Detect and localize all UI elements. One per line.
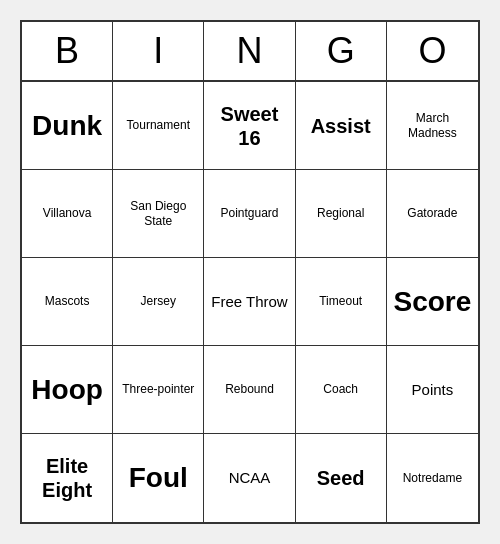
cell-text: NCAA: [229, 469, 271, 487]
bingo-cell: Three-pointer: [113, 346, 204, 434]
cell-text: Free Throw: [211, 293, 287, 311]
cell-text: Coach: [323, 382, 358, 396]
cell-text: Elite Eight: [26, 454, 108, 502]
bingo-cell: Pointguard: [204, 170, 295, 258]
cell-text: Sweet 16: [208, 102, 290, 150]
cell-text: Hoop: [31, 373, 103, 407]
bingo-cell: Timeout: [296, 258, 387, 346]
bingo-cell: March Madness: [387, 82, 478, 170]
bingo-cell: Dunk: [22, 82, 113, 170]
bingo-cell: Gatorade: [387, 170, 478, 258]
cell-text: Score: [393, 285, 471, 319]
cell-text: Gatorade: [407, 206, 457, 220]
bingo-cell: Regional: [296, 170, 387, 258]
cell-text: Timeout: [319, 294, 362, 308]
cell-text: Rebound: [225, 382, 274, 396]
bingo-cell: Assist: [296, 82, 387, 170]
cell-text: Regional: [317, 206, 364, 220]
cell-text: Points: [412, 381, 454, 399]
cell-text: Foul: [129, 461, 188, 495]
cell-text: Tournament: [127, 118, 190, 132]
bingo-cell: Elite Eight: [22, 434, 113, 522]
bingo-cell: Villanova: [22, 170, 113, 258]
bingo-grid: DunkTournamentSweet 16AssistMarch Madnes…: [22, 82, 478, 522]
bingo-cell: Seed: [296, 434, 387, 522]
bingo-cell: Rebound: [204, 346, 295, 434]
bingo-cell: Sweet 16: [204, 82, 295, 170]
header-letter: O: [387, 22, 478, 80]
bingo-cell: Hoop: [22, 346, 113, 434]
cell-text: Mascots: [45, 294, 90, 308]
header-letter: B: [22, 22, 113, 80]
cell-text: March Madness: [391, 111, 474, 140]
header-letter: N: [204, 22, 295, 80]
cell-text: Dunk: [32, 109, 102, 143]
cell-text: San Diego State: [117, 199, 199, 228]
cell-text: Jersey: [141, 294, 176, 308]
cell-text: Pointguard: [220, 206, 278, 220]
header-letter: I: [113, 22, 204, 80]
header-letter: G: [296, 22, 387, 80]
bingo-cell: Notredame: [387, 434, 478, 522]
bingo-header: BINGO: [22, 22, 478, 82]
bingo-cell: Coach: [296, 346, 387, 434]
bingo-card: BINGO DunkTournamentSweet 16AssistMarch …: [20, 20, 480, 524]
bingo-cell: Points: [387, 346, 478, 434]
cell-text: Seed: [317, 466, 365, 490]
cell-text: Villanova: [43, 206, 91, 220]
bingo-cell: Foul: [113, 434, 204, 522]
cell-text: Three-pointer: [122, 382, 194, 396]
bingo-cell: Score: [387, 258, 478, 346]
bingo-cell: Tournament: [113, 82, 204, 170]
bingo-cell: NCAA: [204, 434, 295, 522]
bingo-cell: Mascots: [22, 258, 113, 346]
cell-text: Assist: [311, 114, 371, 138]
bingo-cell: San Diego State: [113, 170, 204, 258]
bingo-cell: Free Throw: [204, 258, 295, 346]
cell-text: Notredame: [403, 471, 462, 485]
bingo-cell: Jersey: [113, 258, 204, 346]
